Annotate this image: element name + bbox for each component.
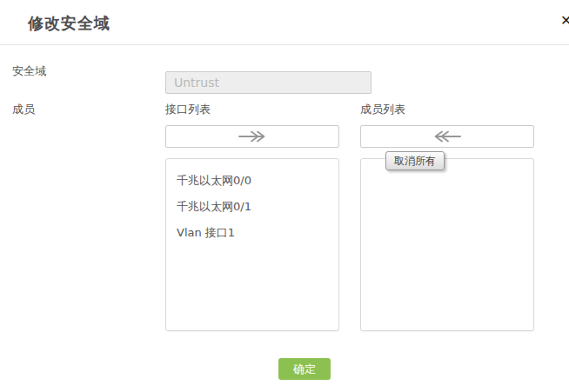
dialog-title: 修改安全域 — [28, 13, 110, 34]
member-list[interactable] — [360, 158, 534, 331]
interface-list[interactable]: 千兆以太网0/0 千兆以太网0/1 Vlan 接口1 — [165, 158, 339, 331]
list-item-interface-0[interactable]: 千兆以太网0/0 — [166, 168, 338, 194]
modify-security-zone-dialog: 修改安全域 ✕ 安全域 成员 接口列表 成员列表 千兆以太网0/0 千兆以太网0… — [0, 0, 569, 392]
interface-list-header: 接口列表 — [165, 102, 211, 117]
close-icon[interactable]: ✕ — [560, 13, 569, 29]
member-label: 成员 — [12, 102, 35, 117]
zone-input — [165, 71, 372, 94]
title-divider — [0, 44, 569, 45]
double-left-arrow-icon — [432, 130, 462, 143]
zone-label: 安全域 — [12, 63, 46, 79]
move-all-left-button[interactable] — [360, 125, 534, 148]
member-list-header: 成员列表 — [360, 102, 405, 117]
move-all-right-button[interactable] — [165, 125, 339, 148]
double-right-arrow-icon — [238, 130, 267, 143]
list-item-interface-1[interactable]: 千兆以太网0/1 — [166, 194, 338, 220]
cancel-all-tooltip: 取消所有 — [385, 151, 445, 170]
list-item-interface-2[interactable]: Vlan 接口1 — [166, 220, 338, 246]
ok-button[interactable]: 确定 — [278, 358, 331, 380]
